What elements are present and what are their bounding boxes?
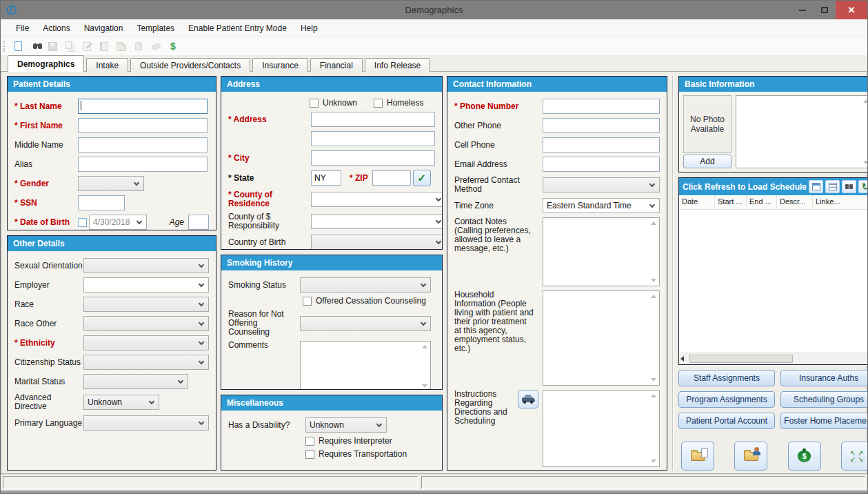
instructions-textarea[interactable]	[543, 390, 660, 467]
employer-select[interactable]	[83, 277, 209, 293]
scroll-up-icon[interactable]	[651, 394, 656, 397]
middle-name-input[interactable]	[78, 137, 208, 152]
last-name-input[interactable]	[78, 99, 208, 114]
documents-folder-button[interactable]	[681, 442, 714, 471]
directions-button[interactable]	[518, 390, 538, 408]
menu-enable-patient-entry-mode[interactable]: Enable Patient Entry Mode	[181, 23, 294, 33]
tab-outside-providers-contacts[interactable]: Outside Providers/Contacts	[130, 58, 250, 72]
scrollbar-thumb[interactable]	[689, 355, 793, 363]
address-unknown-checkbox[interactable]	[310, 99, 319, 108]
scroll-down-icon[interactable]	[651, 378, 656, 382]
close-button[interactable]	[836, 1, 867, 19]
column-start[interactable]: Start ...	[715, 195, 747, 209]
race-select[interactable]	[83, 297, 209, 312]
cell-phone-input[interactable]	[543, 137, 660, 152]
foster-home-placement-button[interactable]: Foster Home Placement	[780, 413, 868, 429]
household-information-textarea[interactable]	[543, 290, 660, 386]
requires-interpreter-checkbox[interactable]	[305, 437, 314, 446]
homeless-checkbox[interactable]	[374, 99, 383, 108]
reason-not-offering-select[interactable]	[300, 316, 431, 331]
state-input[interactable]	[311, 170, 341, 186]
address-line2-input[interactable]	[311, 131, 435, 146]
staff-assignments-button[interactable]: Staff Assignments	[678, 370, 775, 386]
schedule-list-button[interactable]	[825, 180, 840, 193]
requires-transportation-checkbox[interactable]	[305, 450, 314, 459]
race-other-select[interactable]	[83, 316, 209, 331]
scroll-down-icon[interactable]	[651, 460, 656, 463]
ssn-input[interactable]	[78, 195, 125, 210]
alias-input[interactable]	[78, 157, 208, 172]
email-address-input[interactable]	[543, 157, 660, 172]
scroll-up-icon[interactable]	[422, 345, 427, 348]
new-document-icon[interactable]	[12, 40, 24, 52]
first-name-input[interactable]	[78, 118, 208, 133]
menu-actions[interactable]: Actions	[36, 23, 77, 33]
scroll-down-icon[interactable]	[863, 161, 868, 164]
basic-information-textarea[interactable]	[736, 95, 868, 168]
tab-insurance[interactable]: Insurance	[252, 58, 308, 72]
schedule-refresh-button[interactable]	[858, 180, 868, 193]
schedule-horizontal-scrollbar[interactable]	[679, 353, 868, 364]
has-a-disability-select[interactable]: Unknown	[305, 417, 387, 433]
scroll-left-icon[interactable]	[680, 356, 684, 362]
tab-info-release[interactable]: Info Release	[365, 58, 430, 72]
vertical-splitter[interactable]	[672, 76, 674, 471]
scroll-down-icon[interactable]	[422, 384, 427, 388]
scroll-up-icon[interactable]	[651, 221, 656, 225]
patient-portal-account-button[interactable]: Patient Portal Account	[678, 413, 775, 429]
add-photo-button[interactable]: Add	[683, 155, 731, 168]
tab-demographics[interactable]: Demographics	[8, 55, 84, 72]
schedule-calendar-button[interactable]	[809, 180, 823, 193]
phone-number-input[interactable]	[543, 99, 660, 114]
scroll-up-icon[interactable]	[651, 295, 656, 298]
other-phone-input[interactable]	[543, 118, 660, 133]
column-linked[interactable]: Linke...	[813, 195, 868, 209]
citizenship-status-select[interactable]	[83, 355, 209, 370]
column-end[interactable]: End ...	[747, 195, 777, 209]
minimize-button[interactable]	[791, 1, 814, 19]
insurance-auths-button[interactable]: Insurance Auths	[780, 370, 868, 386]
offered-cessation-counseling-checkbox[interactable]	[303, 297, 312, 306]
menu-templates[interactable]: Templates	[130, 23, 181, 33]
contact-notes-textarea[interactable]	[543, 217, 660, 286]
menu-file[interactable]: File	[9, 23, 36, 33]
ethnicity-select[interactable]	[83, 335, 209, 350]
country-of-birth-select[interactable]	[311, 235, 442, 249]
dob-date-picker[interactable]: 4/30/2018	[89, 215, 147, 230]
advanced-directive-select[interactable]: Unknown	[83, 395, 159, 410]
preferred-contact-method-select[interactable]	[543, 177, 660, 192]
program-assignments-button[interactable]: Program Assignments	[678, 391, 775, 408]
sexual-orientation-select[interactable]	[83, 258, 209, 273]
zip-input[interactable]	[372, 170, 411, 186]
find-binoculars-icon[interactable]	[29, 40, 41, 52]
sync-button[interactable]: ↖↗↙↘	[841, 442, 868, 471]
address-line1-input[interactable]	[311, 112, 435, 127]
scheduling-groups-button[interactable]: Scheduling Groups	[780, 391, 868, 408]
city-input[interactable]	[311, 150, 435, 166]
schedule-find-button[interactable]	[842, 180, 856, 193]
tab-intake[interactable]: Intake	[86, 58, 128, 72]
column-date[interactable]: Date	[679, 195, 715, 209]
maximize-button[interactable]	[814, 1, 836, 19]
gender-select[interactable]	[78, 176, 144, 191]
tab-financial[interactable]: Financial	[310, 58, 363, 72]
scroll-up-icon[interactable]	[863, 99, 868, 103]
comments-textarea[interactable]	[300, 341, 431, 389]
age-input[interactable]	[188, 215, 209, 230]
dob-checkbox[interactable]	[78, 218, 87, 227]
time-zone-select[interactable]: Eastern Standard Time	[543, 198, 660, 213]
county-of-residence-select[interactable]	[311, 192, 442, 207]
marital-status-select[interactable]	[83, 374, 188, 389]
primary-language-select[interactable]	[83, 415, 209, 431]
column-description[interactable]: Descr...	[777, 195, 813, 209]
financial-button[interactable]	[788, 442, 821, 471]
zip-verify-button[interactable]	[413, 170, 431, 186]
menu-navigation[interactable]: Navigation	[77, 23, 130, 33]
billing-dollar-icon[interactable]: $	[167, 40, 179, 52]
patient-folder-button[interactable]	[734, 442, 767, 471]
menu-help[interactable]: Help	[294, 23, 325, 33]
time-zone-value: Eastern Standard Time	[547, 201, 632, 210]
county-of-responsibility-select[interactable]	[311, 214, 442, 229]
scroll-down-icon[interactable]	[651, 279, 656, 282]
smoking-status-select[interactable]	[300, 277, 431, 293]
